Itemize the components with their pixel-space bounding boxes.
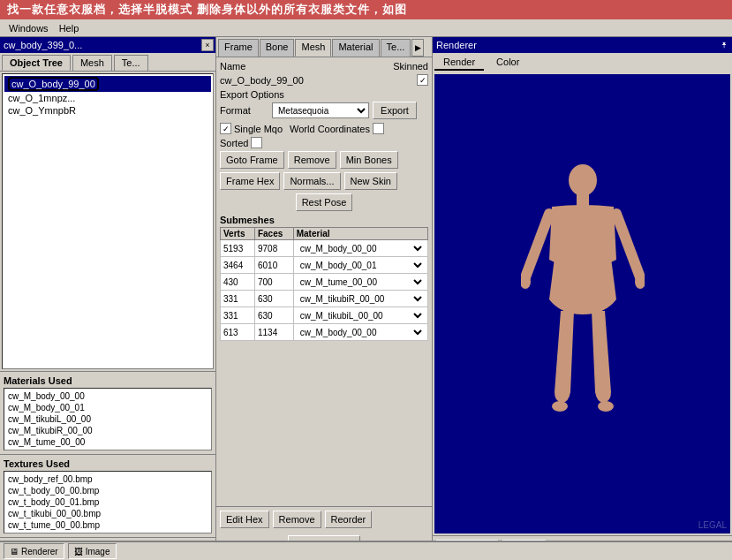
menu-windows[interactable]: Windows [4,21,54,35]
options-row-1: Single Mqo World Coordinates [220,123,428,134]
world-coords-checkbox[interactable] [373,123,384,134]
svg-point-0 [569,164,597,196]
left-panel-tabs: Object Tree Mesh Te... [0,53,215,72]
tab-render[interactable]: Render [434,55,484,71]
renderer-titlebar: Renderer 🖈 [433,37,732,53]
button-group-2: Frame Hex Normals... New Skin [220,172,428,190]
taskbar-renderer-label: Renderer [21,547,58,556]
material-item-1: cw_M_body_00_01 [6,402,209,413]
renderer-viewport[interactable]: LEGAL [434,74,730,534]
options-row-2: Sorted [220,137,428,148]
sorted-checkbox[interactable] [251,137,262,148]
name-label: Name [220,61,268,72]
min-bones-button[interactable]: Min Bones [340,151,398,169]
left-panel-close[interactable]: × [201,39,214,51]
tab-object-tree[interactable]: Object Tree [2,55,71,71]
taskbar-image[interactable]: 🖼 Image [68,543,117,559]
table-row: 430 700 cw_M_tume_00_00 [221,274,428,291]
taskbar-renderer-icon: 🖥 [10,547,19,556]
cell-material[interactable]: cw_M_body_00_00 [293,240,427,257]
cell-material[interactable]: cw_M_body_00_00 [293,324,427,341]
frame-hex-button[interactable]: Frame Hex [220,172,280,190]
tab-bone[interactable]: Bone [260,39,295,57]
material-item-0: cw_M_body_00_00 [6,390,209,402]
material-item-4: cw_M_tume_00_00 [6,436,209,448]
taskbar: 🖥 Renderer 🖼 Image [0,541,732,560]
cell-verts: 331 [221,291,255,307]
col-material: Material [293,228,427,240]
format-select[interactable]: Metasequoia [272,102,369,118]
cell-faces: 6010 [254,257,293,274]
material-select-1[interactable]: cw_M_body_00_01 [297,258,425,272]
tree-item-body-99[interactable]: cw_O_body_99_00 [4,76,211,92]
left-panel-titlebar: cw_body_399_0... × [0,37,215,53]
banner-text: 找一款任意衣服档，选择半脱模式 删除身体以外的所有衣服类文件，如图 [7,2,407,18]
sorted-option: Sorted [220,137,262,148]
cell-material[interactable]: cw_M_tikubiR_00_00 [293,291,427,307]
table-row: 331 630 cw_M_tikubiR_00_00 [221,291,428,307]
svg-line-2 [525,214,549,277]
single-mqo-checkbox[interactable] [220,123,231,134]
remove-button-2[interactable]: Remove [273,511,321,528]
tab-mesh[interactable]: Mesh [295,39,331,57]
material-select-3[interactable]: cw_M_tikubiR_00_00 [297,291,425,306]
cell-material[interactable]: cw_M_body_00_01 [293,257,427,274]
tab-te[interactable]: Te... [381,39,411,57]
goto-frame-button[interactable]: Goto Frame [220,151,284,169]
material-select-2[interactable]: cw_M_tume_00_00 [297,275,425,289]
table-row: 613 1134 cw_M_body_00_00 [221,324,428,341]
tab-mesh-left[interactable]: Mesh [72,55,112,71]
material-select-5[interactable]: cw_M_body_00_00 [297,325,425,339]
export-button[interactable]: Export [373,102,417,119]
renderer-tabs: Render Color [433,53,732,72]
format-row: Format Metasequoia Export [220,102,428,119]
normals-button[interactable]: Normals... [283,172,340,190]
cell-verts: 613 [221,324,255,341]
tab-frame[interactable]: Frame [218,39,259,57]
object-tree: cw_O_body_99_00 cw_O_1mnpz... cw_O_Ymnpb… [2,73,214,369]
tree-item-ymnpbr[interactable]: cw_O_YmnpbR [4,104,211,117]
remove-button-1[interactable]: Remove [288,151,336,169]
svg-line-3 [616,214,640,277]
tab-material[interactable]: Material [332,39,379,57]
cell-verts: 331 [221,307,255,324]
tab-color[interactable]: Color [487,55,528,71]
cell-verts: 5193 [221,240,255,257]
material-select-0[interactable]: cw_M_body_00_00 [297,241,425,255]
renderer-title: Renderer [436,40,477,50]
cell-faces: 1134 [254,324,293,341]
right-panel: Renderer 🖈 Render Color [433,37,732,560]
cell-faces: 630 [254,307,293,324]
left-panel: cw_body_399_0... × Object Tree Mesh Te..… [0,37,216,560]
table-row: 3464 6010 cw_M_body_00_01 [221,257,428,274]
skinned-checkbox[interactable] [417,74,428,86]
cell-verts: 3464 [221,257,255,274]
tab-arrow[interactable]: ▶ [411,39,424,57]
svg-point-6 [555,216,579,237]
main-content: cw_body_399_0... × Object Tree Mesh Te..… [0,37,732,560]
taskbar-image-label: Image [86,547,110,556]
rest-pose-button[interactable]: Rest Pose [296,193,353,211]
submeshes-label: Submeshes [220,215,428,225]
cell-material[interactable]: cw_M_tume_00_00 [293,274,427,291]
menu-help[interactable]: Help [54,21,85,35]
taskbar-renderer[interactable]: 🖥 Renderer [4,543,64,559]
tree-item-label: cw_O_body_99_00 [8,77,99,91]
edit-hex-button-mid[interactable]: Edit Hex [220,511,269,528]
taskbar-image-icon: 🖼 [74,547,83,556]
new-skin-button[interactable]: New Skin [344,172,397,190]
mesh-content: Name Skinned cw_O_body_99_00 Export Opti… [216,57,432,506]
submesh-table: Verts Faces Material 5193 9708 cw_M_body… [220,227,428,341]
mesh-name-value: cw_O_body_99_00 [220,75,417,86]
svg-point-7 [586,216,611,237]
tree-item-1mnpz[interactable]: cw_O_1mnpz... [4,92,211,104]
cell-faces: 700 [254,274,293,291]
cell-material[interactable]: cw_M_tikubiL_00_00 [293,307,427,324]
materials-label: Materials Used [4,375,212,386]
reorder-button[interactable]: Reorder [325,511,373,528]
button-group-3: Rest Pose [220,193,428,211]
textures-label: Textures Used [4,458,212,469]
material-select-4[interactable]: cw_M_tikubiL_00_00 [297,308,425,322]
main-window: Windows Help cw_body_399_0... × Object T… [0,19,732,560]
tab-te-left[interactable]: Te... [114,55,148,71]
